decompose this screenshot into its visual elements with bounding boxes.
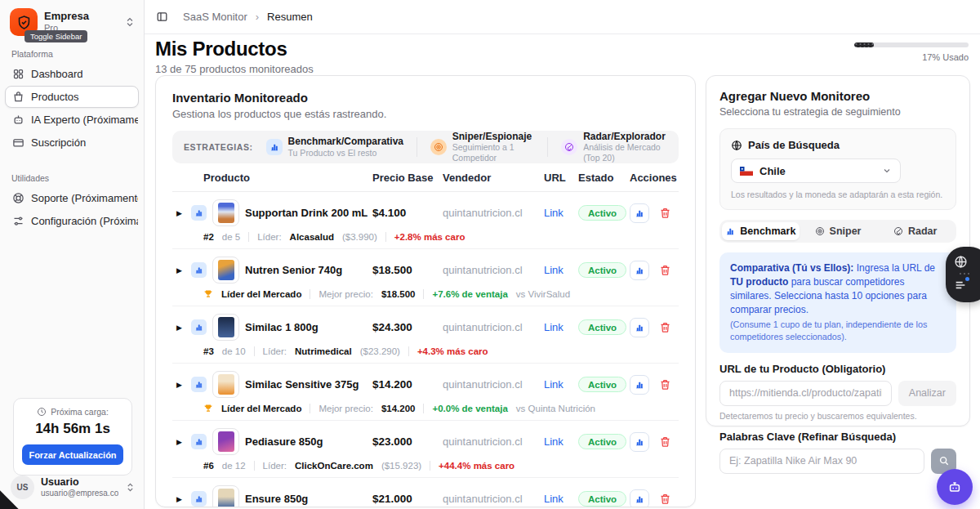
sidebar-item-productos[interactable]: Productos [5, 86, 139, 108]
user-name: Usuario [41, 476, 118, 489]
delete-button[interactable] [659, 493, 671, 505]
product-url-link[interactable]: Link [544, 435, 578, 448]
product-image [218, 489, 234, 507]
table-row: ▶ Supportan Drink 200 mL $4.100 quintanu… [172, 192, 679, 249]
strategy-radar: Radar/Explorador Análisis de Mercado (To… [561, 132, 667, 163]
sidebar-item-label: Configuración (Próximamen... [31, 215, 139, 227]
row-insights: #2 de 5 Líder: Alcasalud ($3.990) +2.8% … [203, 232, 679, 242]
delete-button[interactable] [659, 378, 671, 391]
sidebar-item-dashboard[interactable]: Dashboard [5, 63, 139, 85]
best-price-label: Mejor precio: [318, 404, 372, 413]
expand-row-icon[interactable]: ▶ [176, 438, 185, 446]
force-update-button[interactable]: Forzar Actualización [22, 444, 123, 465]
col-estado: Estado [578, 172, 630, 184]
grid-icon [12, 68, 24, 80]
status-badge: Activo [578, 377, 626, 392]
price-base: $24.300 [372, 321, 443, 333]
price-delta: +7.6% de ventaja [432, 289, 507, 299]
tab-benchmark[interactable]: Benchmark [722, 222, 800, 240]
floating-tools-widget[interactable] [946, 247, 980, 302]
delete-button[interactable] [659, 207, 671, 219]
expand-row-icon[interactable]: ▶ [176, 324, 185, 332]
expand-row-icon[interactable]: ▶ [176, 495, 185, 503]
tab-sniper[interactable]: Sniper [800, 222, 877, 240]
product-url-link[interactable]: Link [544, 493, 578, 505]
sidebar-item-ia-experto[interactable]: IA Experto (Próximamente) [5, 109, 139, 131]
url-field-helper: Detectaremos tu precio y buscaremos equi… [719, 411, 956, 421]
best-price-value: $14.200 [381, 404, 416, 413]
table-row: ▶ Similac 1 800g $24.300 quintanutricion… [172, 306, 679, 364]
product-url-link[interactable]: Link [544, 264, 578, 276]
view-analytics-button[interactable] [630, 318, 649, 337]
add-panel-subtitle: Selecciona tu estrategia de seguimiento [719, 106, 956, 118]
radar-icon [561, 139, 577, 155]
benchmark-badge-icon [191, 377, 207, 392]
product-thumbnail [212, 428, 239, 455]
trophy-icon [203, 404, 213, 413]
breadcrumb-root[interactable]: SaaS Monitor [183, 11, 247, 23]
vendor: quintanutricion.cl [443, 321, 544, 333]
view-analytics-button[interactable] [630, 261, 649, 280]
strategy-name: Sniper/Espionaje [452, 132, 535, 143]
benchmark-info-box: Comparativa (Tú vs Ellos): Ingresa la UR… [719, 252, 956, 353]
benchmark-badge-icon [191, 262, 207, 278]
sidebar-item-configuracion[interactable]: Configuración (Próximamen... [5, 210, 139, 232]
view-analytics-button[interactable] [630, 203, 649, 223]
nav-section-utilities: Utilidades [0, 165, 144, 186]
leader-price: ($15.923) [381, 461, 421, 471]
analyze-button[interactable]: Analizar [898, 381, 956, 406]
expand-row-icon[interactable]: ▶ [176, 209, 185, 217]
row-insights: Líder del Mercado Mejor precio: $14.200 … [203, 404, 679, 413]
product-url-input[interactable] [719, 381, 892, 406]
sidebar-item-suscripcion[interactable]: Suscripción [5, 132, 139, 154]
table-row: ▶ Pediasure 850g $23.000 quintanutricion… [172, 421, 679, 478]
product-name: Similac Sensitive 375g [245, 378, 359, 391]
avatar: US [11, 476, 34, 499]
life-buoy-icon [12, 192, 24, 204]
sidebar: Empresa Pro Toggle Sidebar Plataforma Da… [0, 0, 145, 509]
tab-radar[interactable]: Radar [876, 222, 954, 240]
usage-meter: 17% Usado [854, 42, 969, 62]
vs-competitor: vs VivirSalud [516, 289, 570, 299]
chevrons-up-down-icon[interactable] [125, 482, 136, 493]
strategy-sniper: Sniper/Espionaje Seguimiento a 1 Competi… [430, 132, 535, 163]
sidebar-item-soporte[interactable]: Soporte (Próximamente) [5, 187, 139, 209]
leader-badge: Líder del Mercado [221, 289, 301, 299]
product-url-link[interactable]: Link [544, 378, 578, 391]
country-select[interactable]: Chile [731, 159, 901, 183]
nav-section-platform: Plataforma [0, 41, 144, 62]
page-subtitle: 13 de 75 productos monitoreados [155, 63, 314, 75]
dots-decoration [960, 273, 969, 275]
view-analytics-button[interactable] [630, 432, 649, 452]
tab-label: Benchmark [740, 225, 795, 237]
tab-label: Sniper [830, 225, 862, 237]
keywords-input[interactable] [719, 449, 924, 474]
view-analytics-button[interactable] [630, 375, 649, 395]
credit-card-icon [12, 136, 24, 149]
delete-button[interactable] [659, 435, 671, 448]
tab-label: Radar [908, 225, 937, 237]
strategies-label: ESTRATEGIAS: [184, 142, 253, 152]
view-analytics-button[interactable] [630, 489, 649, 508]
panel-left-icon[interactable] [156, 11, 168, 23]
col-acciones: Acciones [630, 172, 679, 184]
product-image [218, 431, 234, 452]
delete-button[interactable] [659, 264, 671, 276]
product-url-link[interactable]: Link [544, 321, 578, 333]
user-menu[interactable]: US Usuario usuario@empresa.com [0, 469, 144, 509]
delete-button[interactable] [659, 321, 671, 333]
expand-row-icon[interactable]: ▶ [176, 266, 185, 275]
product-thumbnail [212, 314, 239, 341]
globe-icon[interactable] [954, 255, 968, 269]
bot-icon [12, 114, 24, 126]
page-header: Mis Productos 13 de 75 productos monitor… [155, 38, 314, 75]
status-badge: Activo [578, 491, 626, 507]
sidebar-item-label: IA Experto (Próximamente) [31, 114, 139, 126]
product-url-link[interactable]: Link [544, 207, 578, 219]
usage-label: 17% Usado [854, 52, 969, 62]
chevrons-up-down-icon[interactable] [124, 16, 136, 28]
chatbot-fab[interactable] [937, 469, 973, 505]
divider [547, 137, 548, 157]
list-icon[interactable] [954, 279, 967, 292]
expand-row-icon[interactable]: ▶ [176, 381, 185, 389]
